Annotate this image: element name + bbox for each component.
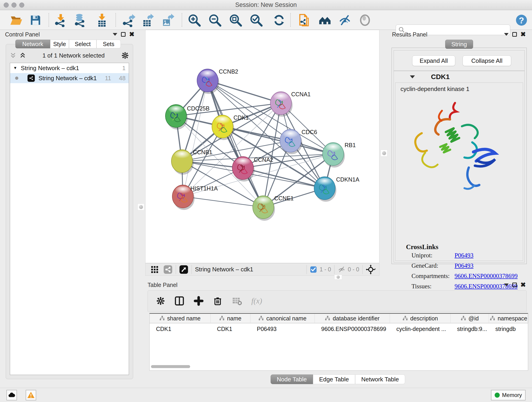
export-network-button[interactable]: [121, 13, 136, 28]
zoom-selected-button[interactable]: [249, 13, 264, 28]
close-panel-icon[interactable]: ✖: [129, 31, 134, 38]
delete-column-icon[interactable]: [213, 296, 222, 306]
collapse-all-button[interactable]: Collapse All: [462, 56, 511, 66]
network-edge-count: 48: [119, 75, 126, 82]
column-header[interactable]: canonical name: [250, 314, 315, 323]
import-network-file-button[interactable]: [53, 13, 68, 28]
share-document-button[interactable]: [297, 13, 312, 28]
open-session-button[interactable]: [9, 13, 24, 28]
network-collection-row[interactable]: ▼ String Network – cdk1 1: [10, 63, 129, 73]
birdseye-grid-button[interactable]: [151, 265, 159, 274]
network-node[interactable]: [314, 177, 336, 202]
horizontal-scrollbar[interactable]: [151, 365, 190, 368]
zoom-window-button[interactable]: [19, 2, 24, 7]
close-window-button[interactable]: [4, 2, 9, 7]
show-glass-button[interactable]: [357, 13, 373, 28]
network-node[interactable]: [197, 69, 219, 94]
memory-button[interactable]: Memory: [491, 390, 526, 400]
panel-menu-icon[interactable]: [504, 33, 509, 36]
table-cell[interactable]: CDK1: [150, 323, 210, 334]
table-cell[interactable]: 9606.ENSP00000378699: [315, 323, 390, 334]
float-panel-icon[interactable]: [512, 283, 517, 287]
column-header[interactable]: name: [210, 314, 250, 323]
tab-sets[interactable]: Sets: [96, 40, 121, 48]
network-node[interactable]: [232, 157, 254, 182]
table-options-gear-icon[interactable]: [156, 296, 165, 306]
tab-network-table[interactable]: Network Table: [355, 375, 405, 384]
zoom-in-button[interactable]: [187, 13, 202, 28]
float-panel-icon[interactable]: [121, 32, 126, 37]
network-options-gear-icon[interactable]: [121, 51, 129, 59]
crosslink-link[interactable]: 9606.ENSP00000378699: [455, 273, 518, 280]
hide-glass-button[interactable]: [337, 13, 352, 28]
network-row[interactable]: String Network – cdk1 11 48: [10, 73, 129, 83]
center-view-button[interactable]: [366, 265, 375, 274]
collapse-all-chevron-icon[interactable]: [10, 52, 16, 59]
column-header[interactable]: database identifier: [315, 314, 390, 323]
panel-menu-icon[interactable]: [504, 283, 509, 286]
splitter-handle[interactable]: [138, 204, 144, 211]
table-cell[interactable]: cyclin-dependent ...: [390, 323, 451, 334]
close-panel-icon[interactable]: ✖: [520, 282, 526, 288]
column-header[interactable]: namespace: [489, 314, 528, 323]
import-table-button[interactable]: [94, 13, 109, 28]
crosslink-link[interactable]: P06493: [455, 252, 474, 259]
open-in-window-button[interactable]: [179, 265, 188, 274]
network-node[interactable]: [165, 104, 188, 129]
hierarchy-icon: [325, 316, 330, 321]
delete-table-icon: [232, 296, 242, 306]
tab-string[interactable]: String: [445, 40, 473, 49]
zoom-selected-icon: [249, 13, 263, 27]
table-row[interactable]: CDK1CDK1P064939606.ENSP00000378699cyclin…: [150, 323, 528, 334]
help-button[interactable]: ?: [514, 13, 529, 28]
import-network-database-button[interactable]: [72, 13, 87, 28]
table-cell[interactable]: stringdb: [489, 323, 528, 334]
expand-all-button[interactable]: Expand All: [412, 56, 455, 66]
save-session-button[interactable]: [28, 13, 43, 28]
splitter-handle[interactable]: [334, 274, 342, 280]
float-panel-icon[interactable]: [512, 32, 517, 37]
zoom-out-button[interactable]: [207, 13, 222, 28]
close-panel-icon[interactable]: ✖: [520, 31, 526, 38]
expand-all-chevron-icon[interactable]: [19, 52, 26, 59]
table-cell[interactable]: stringdb:9...: [451, 323, 489, 334]
string-home-button[interactable]: [317, 13, 332, 28]
network-edge[interactable]: [183, 196, 263, 207]
warning-button[interactable]: [26, 390, 36, 400]
gene-collapse-icon[interactable]: [410, 75, 415, 78]
network-node[interactable]: [270, 92, 293, 117]
table-cell[interactable]: P06493: [250, 323, 315, 334]
export-image-button[interactable]: [160, 13, 175, 28]
export-table-button[interactable]: [140, 13, 155, 28]
hidden-eye-icon[interactable]: [338, 266, 346, 274]
cloud-button[interactable]: [6, 390, 17, 400]
column-header[interactable]: @id: [451, 314, 489, 323]
selected-checkbox[interactable]: [310, 266, 317, 273]
tree-expand-icon[interactable]: ▼: [13, 66, 17, 70]
show-columns-icon[interactable]: [174, 296, 184, 306]
tab-select[interactable]: Select: [69, 40, 96, 48]
memory-status-dot: [495, 393, 500, 398]
tab-node-table[interactable]: Node Table: [271, 375, 313, 384]
column-header[interactable]: description: [390, 314, 451, 323]
node-label: CDKN1A: [336, 176, 360, 183]
network-node[interactable]: [253, 196, 275, 221]
network-canvas[interactable]: CCNB2CCNA1CDC25BCDK1CDC6RB1CCNB1CCNA2CDK…: [145, 30, 380, 263]
collection-count: 1: [122, 65, 126, 72]
tab-edge-table[interactable]: Edge Table: [313, 375, 355, 384]
network-edge[interactable]: [183, 80, 208, 196]
column-header[interactable]: shared name: [150, 314, 210, 323]
tab-network[interactable]: Network: [15, 40, 50, 48]
panel-menu-icon[interactable]: [113, 33, 117, 36]
add-column-icon[interactable]: [194, 296, 204, 306]
crosslink-link[interactable]: P06493: [455, 262, 474, 269]
zoom-fit-button[interactable]: [228, 13, 243, 28]
tab-style[interactable]: Style: [50, 40, 69, 48]
network-node[interactable]: [323, 143, 345, 167]
splitter-handle[interactable]: [380, 150, 387, 157]
minimize-window-button[interactable]: [12, 2, 17, 7]
table-cell[interactable]: CDK1: [210, 323, 250, 334]
network-node[interactable]: [212, 115, 234, 140]
apply-layout-button[interactable]: [272, 13, 287, 28]
share-view-button[interactable]: [163, 265, 172, 274]
